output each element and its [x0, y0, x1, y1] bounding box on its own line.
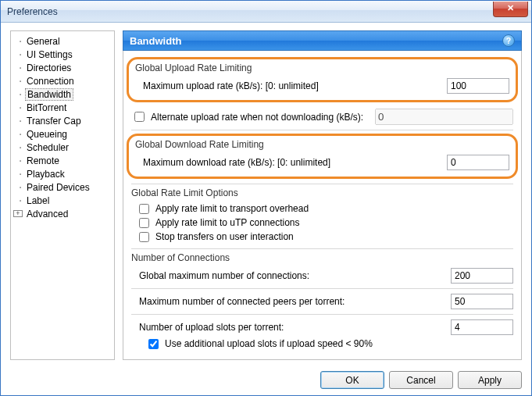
checkbox-extra-slots[interactable]: [148, 339, 159, 349]
row-opt-utp: Apply rate limit to uTP connections: [131, 216, 513, 230]
label-opt-stop: Stop transfers on user interaction: [155, 231, 294, 242]
preferences-tree[interactable]: ·General·UI Settings·Directories·Connect…: [10, 30, 115, 360]
tree-item-label: Remote: [25, 155, 61, 166]
row-slots: Number of upload slots per torrent:: [131, 318, 513, 337]
tree-item-connection[interactable]: ·Connection: [12, 74, 112, 87]
label-opt-utp: Apply rate limit to uTP connections: [155, 217, 300, 228]
tree-item-label: General: [25, 36, 62, 47]
separator: [131, 130, 513, 130]
close-button[interactable]: ✕: [493, 2, 528, 17]
row-max-download: Maximum download rate (kB/s): [0: unlimi…: [135, 153, 509, 172]
tree-dot-icon: ·: [16, 116, 25, 127]
label-max-download: Maximum download rate (kB/s): [0: unlimi…: [143, 157, 442, 168]
tree-dot-icon: ·: [16, 182, 25, 193]
group-title-download: Global Download Rate Limiting: [135, 139, 509, 150]
tree-item-bittorrent[interactable]: ·BitTorrent: [12, 101, 112, 114]
group-title-connections: Number of Connections: [131, 252, 513, 263]
title-bar: Preferences ✕: [1, 1, 531, 23]
tree-item-label: Transfer Cap: [25, 116, 83, 127]
label-alt-upload: Alternate upload rate when not downloadi…: [151, 112, 372, 123]
tree-item-scheduler[interactable]: ·Scheduler: [12, 141, 112, 154]
tree-item-general[interactable]: ·General: [12, 34, 112, 48]
label-slots: Number of upload slots per torrent:: [139, 322, 446, 333]
label-global-conn: Global maximum number of connections:: [139, 270, 446, 281]
label-peers: Maximum number of connected peers per to…: [139, 296, 446, 307]
checkbox-opt-utp[interactable]: [139, 218, 149, 228]
input-max-download[interactable]: [447, 155, 509, 170]
tree-item-label: Queueing: [25, 129, 69, 140]
label-extra-slots: Use additional upload slots if upload sp…: [165, 338, 373, 349]
tree-dot-icon: ·: [16, 62, 25, 73]
dialog-body: ·General·UI Settings·Directories·Connect…: [1, 23, 531, 366]
tree-item-queueing[interactable]: ·Queueing: [12, 127, 112, 141]
tree-item-label: BitTorrent: [25, 102, 68, 113]
tree-item-label: Paired Devices: [25, 182, 91, 193]
group-rate-options: Global Rate Limit Options Apply rate lim…: [131, 187, 513, 244]
panel-body: Global Upload Rate Limiting Maximum uplo…: [123, 51, 522, 360]
tree-item-bandwidth[interactable]: ·Bandwidth: [12, 87, 112, 101]
row-max-upload: Maximum upload rate (kB/s): [0: unlimite…: [135, 77, 509, 95]
tree-item-label: Advanced: [25, 209, 70, 219]
cancel-button[interactable]: Cancel: [389, 371, 453, 389]
input-max-upload[interactable]: [447, 78, 509, 94]
tree-dot-icon: ·: [16, 102, 25, 113]
ok-button[interactable]: OK: [320, 371, 384, 389]
label-max-upload: Maximum upload rate (kB/s): [0: unlimite…: [143, 80, 442, 91]
tree-dot-icon: ·: [16, 36, 25, 47]
apply-button[interactable]: Apply: [458, 371, 522, 389]
tree-item-label: Directories: [25, 62, 73, 73]
tree-item-ui-settings[interactable]: ·UI Settings: [12, 48, 112, 61]
row-opt-stop: Stop transfers on user interaction: [131, 230, 513, 244]
tree-item-label: Bandwidth: [25, 88, 73, 101]
input-alt-upload: [375, 109, 513, 125]
tree-item-label: Label: [25, 195, 51, 206]
tree-dot-icon: ·: [16, 142, 25, 153]
checkbox-alt-upload[interactable]: [134, 112, 145, 122]
tree-dot-icon: ·: [16, 155, 25, 166]
expand-icon: +: [13, 210, 23, 217]
label-opt-overhead: Apply rate limit to transport overhead: [155, 203, 309, 214]
separator: [131, 288, 513, 289]
content-panel: Bandwidth ? Global Upload Rate Limiting …: [123, 30, 522, 360]
row-alt-upload: Alternate upload rate when not downloadi…: [131, 107, 513, 127]
separator: [131, 314, 513, 315]
tree-item-playback[interactable]: ·Playback: [12, 167, 112, 180]
tree-item-directories[interactable]: ·Directories: [12, 61, 112, 74]
tree-dot-icon: ·: [16, 89, 25, 100]
tree-dot-icon: ·: [16, 129, 25, 140]
row-extra-slots: Use additional upload slots if upload sp…: [131, 337, 513, 351]
panel-header: Bandwidth ?: [123, 30, 522, 51]
tree-dot-icon: ·: [16, 76, 25, 87]
separator: [131, 248, 513, 249]
input-peers[interactable]: [451, 294, 513, 309]
tree-item-label: Scheduler: [25, 142, 70, 153]
tree-dot-icon: ·: [16, 195, 25, 206]
input-slots[interactable]: [451, 319, 513, 335]
tree-item-label: Playback: [25, 169, 66, 180]
checkbox-opt-stop[interactable]: [139, 232, 149, 242]
group-upload-rate: Global Upload Rate Limiting Maximum uplo…: [127, 57, 518, 102]
row-peers: Maximum number of connected peers per to…: [131, 292, 513, 311]
tree-dot-icon: ·: [16, 169, 25, 180]
dialog-buttons: OK Cancel Apply: [1, 366, 531, 396]
group-title-options: Global Rate Limit Options: [131, 187, 513, 198]
tree-item-label: UI Settings: [25, 49, 74, 60]
separator: [131, 184, 513, 184]
checkbox-opt-overhead[interactable]: [139, 204, 149, 214]
tree-item-remote[interactable]: ·Remote: [12, 154, 112, 167]
panel-title: Bandwidth: [130, 35, 181, 47]
row-global-conn: Global maximum number of connections:: [131, 266, 513, 285]
row-opt-overhead: Apply rate limit to transport overhead: [131, 202, 513, 216]
tree-item-label: Connection: [25, 76, 76, 87]
group-title-upload: Global Upload Rate Limiting: [135, 62, 509, 73]
input-global-conn[interactable]: [451, 268, 513, 284]
tree-item-label[interactable]: ·Label: [12, 194, 112, 207]
tree-item-paired-devices[interactable]: ·Paired Devices: [12, 180, 112, 194]
group-download-rate: Global Download Rate Limiting Maximum do…: [127, 134, 518, 179]
close-icon: ✕: [507, 3, 514, 12]
group-connections: Number of Connections Global maximum num…: [131, 252, 513, 351]
tree-dot-icon: ·: [16, 49, 25, 60]
tree-item-transfer-cap[interactable]: ·Transfer Cap: [12, 114, 112, 127]
help-icon[interactable]: ?: [502, 34, 515, 47]
tree-item-advanced[interactable]: +Advanced: [12, 207, 112, 220]
